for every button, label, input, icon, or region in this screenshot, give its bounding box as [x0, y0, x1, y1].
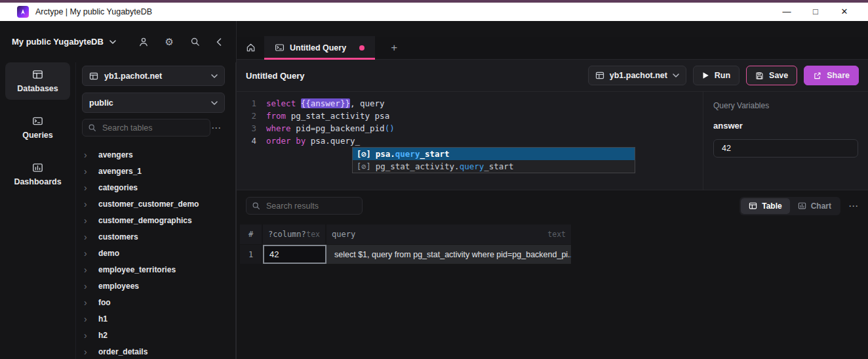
column-type: text: [547, 230, 566, 239]
tab-label: Untitled Query: [290, 43, 346, 53]
table-item-order-details[interactable]: ›order_details: [76, 343, 235, 359]
home-tab[interactable]: [242, 36, 259, 59]
editor-region: 1 select {{answer}}, query 2 from pg_sta…: [237, 92, 868, 190]
chevron-right-icon[interactable]: ›: [84, 298, 93, 307]
view-toggle: Table Chart: [740, 197, 840, 215]
nav-item-dashboards[interactable]: Dashboards: [5, 156, 70, 193]
autocomplete-item-pg-stat-activity-query-start[interactable]: [⊘] pg_stat_activity.query_start: [353, 160, 635, 173]
autocomplete-item-psa-query-start[interactable]: [⊘] psa.query_start: [353, 148, 635, 160]
table-item-avengers-1[interactable]: ›avengers_1: [76, 163, 235, 179]
code-line-2: 2 from pg_stat_activity psa: [237, 110, 703, 122]
sql-editor[interactable]: 1 select {{answer}}, query 2 from pg_sta…: [237, 92, 703, 190]
left-pane: My public YugabyteDB ⚙: [0, 21, 236, 359]
table-item-foo[interactable]: ›foo: [76, 294, 235, 310]
app-window: Arctype | My public YugabyteDB — □ ✕ My …: [0, 0, 868, 359]
table-item-employee-territories[interactable]: ›employee_territories: [76, 261, 235, 278]
chevron-right-icon[interactable]: ›: [84, 150, 93, 159]
maximize-icon[interactable]: □: [801, 3, 830, 21]
header-column-1[interactable]: ?column? tex: [263, 224, 326, 244]
user-icon[interactable]: [138, 37, 149, 47]
header-row-number: #: [240, 224, 263, 244]
chevron-right-icon[interactable]: ›: [84, 249, 93, 258]
row-number-cell[interactable]: 1: [240, 245, 263, 264]
chevron-right-icon[interactable]: ›: [84, 200, 93, 209]
search-icon[interactable]: [190, 37, 200, 47]
chevron-right-icon[interactable]: ›: [84, 282, 93, 291]
chevron-down-icon: [673, 74, 679, 77]
nav-item-queries[interactable]: Queries: [5, 109, 70, 146]
close-icon[interactable]: ✕: [830, 3, 859, 21]
save-button-label: Save: [769, 71, 788, 80]
tables-more-icon[interactable]: ⋯: [211, 122, 225, 134]
run-button[interactable]: Run: [693, 66, 740, 85]
chevron-right-icon[interactable]: ›: [84, 314, 93, 324]
query-variables-panel: Query Variables answer: [703, 92, 868, 190]
table-item-categories[interactable]: ›categories: [76, 179, 235, 196]
chevron-down-icon: [211, 74, 218, 78]
window-controls: — □ ✕: [772, 3, 868, 21]
nav-item-databases[interactable]: Databases: [5, 62, 70, 100]
chevron-right-icon[interactable]: ›: [84, 232, 93, 242]
code-text: where pid=pg_backend_pid(): [266, 122, 395, 135]
results-region: Table Chart ⋯: [237, 190, 868, 359]
table-item-customer-customer-demo[interactable]: ›customer_customer_demo: [76, 196, 235, 212]
table-item-employees[interactable]: ›employees: [76, 278, 235, 294]
new-tab-button[interactable]: +: [385, 36, 403, 59]
table-item-customers[interactable]: ›customers: [76, 228, 235, 245]
chevron-right-icon[interactable]: ›: [84, 216, 93, 225]
run-button-label: Run: [715, 71, 730, 80]
share-button[interactable]: Share: [804, 66, 859, 85]
variable-value-input[interactable]: [713, 139, 858, 158]
code-text: from pg_stat_activity psa: [266, 110, 389, 122]
view-chart-button[interactable]: Chart: [790, 198, 839, 214]
chevron-down-icon: [109, 40, 116, 44]
connection-dropdown[interactable]: yb1.pachot.net: [82, 66, 225, 86]
database-icon: [89, 72, 98, 81]
table-item-demo[interactable]: ›demo: [76, 245, 235, 261]
table-name: demo: [98, 249, 119, 258]
code-text: order by psa.query_: [266, 135, 360, 147]
gear-icon[interactable]: ⚙: [165, 37, 174, 47]
selected-cell-value[interactable]: 42: [263, 245, 326, 264]
database-icon: [595, 71, 604, 80]
collapse-sidebar-icon[interactable]: [216, 38, 222, 46]
query-cell-value[interactable]: select $1, query from pg_stat_activity w…: [326, 245, 571, 264]
tables-search: [82, 119, 210, 137]
chevron-right-icon[interactable]: ›: [84, 347, 93, 356]
results-more-icon[interactable]: ⋯: [848, 200, 859, 212]
workspace-switcher[interactable]: My public YugabyteDB: [12, 37, 116, 47]
view-chart-label: Chart: [811, 201, 831, 211]
chevron-right-icon[interactable]: ›: [84, 167, 93, 176]
column-type: tex: [306, 230, 320, 239]
line-number: 2: [237, 110, 256, 122]
chevron-right-icon[interactable]: ›: [84, 331, 93, 340]
nav-label-dashboards: Dashboards: [14, 177, 61, 186]
table-item-h1[interactable]: ›h1: [76, 310, 235, 327]
chevron-right-icon[interactable]: ›: [84, 183, 93, 192]
main-top-spacer: [237, 21, 868, 37]
arctype-logo-icon: [17, 6, 29, 18]
queries-icon: [32, 116, 43, 127]
minimize-icon[interactable]: —: [772, 3, 801, 21]
schema-dropdown[interactable]: public: [82, 93, 225, 113]
search-results-input[interactable]: [246, 197, 363, 215]
header-column-query[interactable]: query text: [326, 224, 571, 244]
variable-name: answer: [713, 121, 858, 131]
table-item-customer-demographics[interactable]: ›customer_demographics: [76, 212, 235, 228]
nav-label-queries: Queries: [22, 131, 53, 140]
view-table-button[interactable]: Table: [741, 198, 789, 214]
save-button[interactable]: Save: [746, 66, 797, 85]
main-pane: Untitled Query + Untitled Query yb1.pach…: [236, 21, 868, 359]
table-row: 1 42 select $1, query from pg_stat_activ…: [240, 245, 571, 264]
search-tables-input[interactable]: [82, 119, 210, 137]
chevron-right-icon[interactable]: ›: [84, 265, 93, 274]
table-item-h2[interactable]: ›h2: [76, 327, 235, 343]
autocomplete-text: pg_stat_activity.query_start: [376, 161, 514, 171]
tables-search-row: ⋯: [82, 119, 225, 137]
table-name: avengers: [98, 150, 133, 159]
connection-selector[interactable]: yb1.pachot.net: [588, 66, 686, 85]
tab-untitled-query[interactable]: Untitled Query: [264, 36, 375, 59]
table-item-avengers[interactable]: ›avengers: [76, 146, 235, 163]
connection-name: yb1.pachot.net: [104, 72, 162, 81]
code-line-1: 1 select {{answer}}, query: [237, 97, 703, 110]
